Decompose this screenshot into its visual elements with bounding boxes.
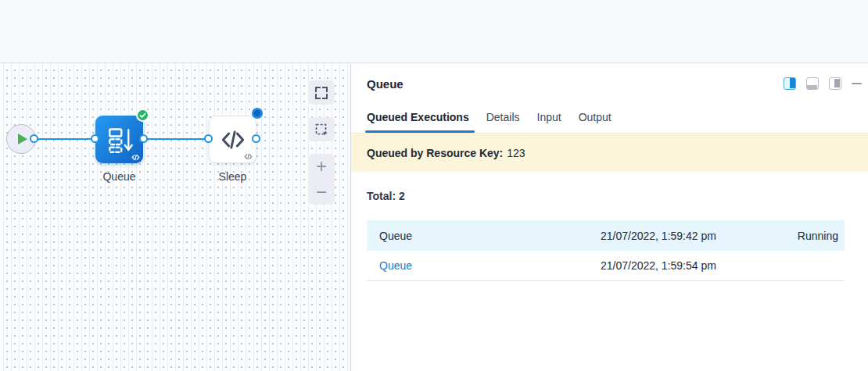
dock-right-icon[interactable]	[829, 77, 841, 90]
workflow-canvas[interactable]: Queue Sleep	[0, 63, 351, 371]
sleep-output-connector[interactable]	[252, 134, 260, 143]
play-icon	[18, 134, 27, 144]
banner-label: Queued by Resource Key:	[367, 147, 503, 159]
panel-header: Queue	[351, 63, 868, 91]
code-badge-icon	[131, 154, 140, 161]
code-brackets-icon	[221, 129, 246, 150]
start-output-connector[interactable]	[30, 134, 38, 143]
success-check-icon	[136, 109, 149, 122]
tab-details[interactable]: Details	[486, 111, 520, 133]
edge-queue-to-sleep[interactable]	[144, 138, 210, 140]
execution-name: Queue	[379, 230, 601, 242]
tab-output[interactable]: Output	[579, 111, 612, 133]
zoom-out-button[interactable]: −	[308, 180, 335, 205]
dock-left-icon[interactable]	[784, 77, 796, 90]
queue-list-down-arrow-icon	[106, 126, 134, 154]
workflow-editor-window: Queue Sleep	[0, 0, 868, 371]
execution-timestamp: 21/07/2022, 1:59:54 pm	[601, 259, 716, 272]
queued-status-dot-icon	[252, 108, 263, 119]
execution-name-link[interactable]: Queue	[379, 259, 601, 272]
fit-view-button[interactable]	[308, 80, 335, 105]
zoom-in-button[interactable]: +	[308, 154, 335, 180]
panel-tabs: Queued Executions Details Input Output	[351, 111, 868, 133]
sleep-node[interactable]	[209, 116, 256, 163]
main-split: Queue Sleep	[0, 63, 868, 371]
code-badge-icon	[244, 153, 253, 160]
sleep-input-connector[interactable]	[204, 134, 213, 143]
select-area-button[interactable]	[308, 117, 335, 141]
total-count: Total: 2	[367, 190, 845, 202]
tab-queued-executions[interactable]: Queued Executions	[367, 111, 469, 133]
zoom-control-group: + −	[308, 154, 335, 205]
edge-start-to-queue[interactable]	[34, 138, 97, 140]
execution-row[interactable]: Queue 21/07/2022, 1:59:42 pm Running	[367, 220, 845, 251]
executions-content: Total: 2 Queue 21/07/2022, 1:59:42 pm Ru…	[351, 172, 868, 281]
queue-node-label: Queue	[95, 170, 143, 183]
tab-input[interactable]: Input	[537, 111, 561, 133]
minimize-icon[interactable]	[852, 83, 862, 85]
expand-corners-icon	[314, 86, 328, 100]
execution-status: Running	[798, 230, 838, 242]
top-toolbar	[0, 0, 868, 63]
queue-node[interactable]	[95, 116, 143, 163]
panel-title: Queue	[367, 77, 404, 91]
sleep-node-label: Sleep	[209, 170, 256, 183]
resource-key-banner: Queued by Resource Key: 123	[351, 133, 868, 172]
execution-timestamp: 21/07/2022, 1:59:42 pm	[601, 230, 716, 242]
panel-layout-controls	[784, 77, 862, 90]
queue-output-connector[interactable]	[139, 134, 148, 143]
dock-bottom-icon[interactable]	[806, 77, 819, 90]
banner-value: 123	[507, 147, 525, 159]
dashed-square-icon	[314, 123, 328, 137]
execution-details-panel: Queue Queued Executions Details Input Ou…	[351, 63, 868, 371]
queue-input-connector[interactable]	[91, 134, 99, 143]
execution-row[interactable]: Queue 21/07/2022, 1:59:54 pm	[367, 251, 845, 281]
